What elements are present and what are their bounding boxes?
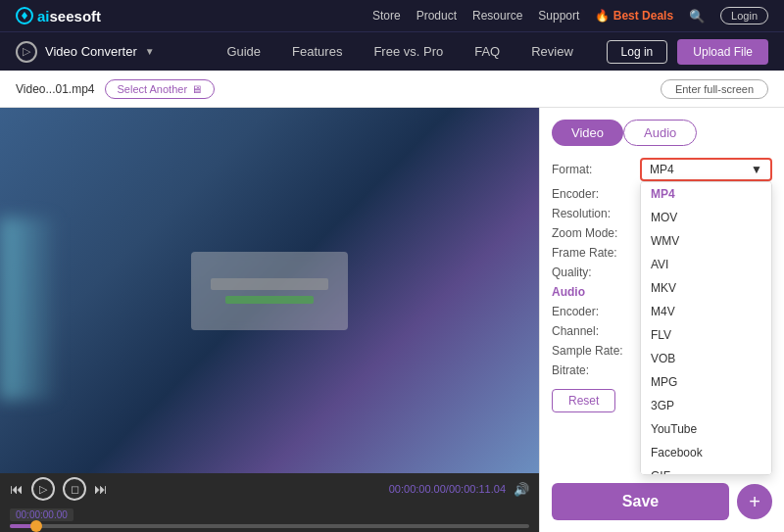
main-content: ⏮ ▷ ◻ ⏭ 00:00:00.00/00:00:11.04 🔊 00:00:…	[0, 108, 784, 532]
tab-video[interactable]: Video	[552, 120, 623, 146]
dropdown-item-m4v[interactable]: M4V	[641, 300, 771, 323]
format-row: Format: MP4 ▼ MP4 MOV WMV AVI MKV M4V F	[552, 158, 772, 181]
search-icon[interactable]: 🔍	[689, 9, 705, 24]
reset-button[interactable]: Reset	[552, 389, 615, 412]
channel-label: Channel:	[552, 324, 640, 338]
dropdown-item-vob[interactable]: VOB	[641, 347, 771, 370]
timeline-row: 00:00:00.00	[0, 505, 539, 532]
time-display: 00:00:00.00/00:00:11.04	[389, 483, 506, 495]
audio-section-label: Audio	[552, 285, 640, 299]
save-button[interactable]: Save	[552, 483, 729, 520]
logo-icon	[16, 7, 33, 24]
video-panel: ⏮ ▷ ◻ ⏭ 00:00:00.00/00:00:11.04 🔊 00:00:…	[0, 108, 539, 532]
dropdown-item-avi[interactable]: AVI	[641, 253, 771, 276]
preview-bar-1	[211, 278, 328, 290]
format-value: MP4	[650, 163, 674, 176]
toolbar-row: Video...01.mp4 Select Another 🖥 Enter fu…	[0, 71, 784, 108]
second-nav-right: Log in Upload File	[607, 39, 768, 65]
format-select[interactable]: MP4 ▼	[640, 158, 772, 181]
format-select-wrapper: MP4 ▼ MP4 MOV WMV AVI MKV M4V FLV VOB MP…	[640, 158, 772, 181]
nav-product[interactable]: Product	[416, 9, 457, 23]
fast-forward-button[interactable]: ⏭	[94, 481, 108, 497]
dropdown-item-flv[interactable]: FLV	[641, 323, 771, 347]
resolution-label: Resolution:	[552, 207, 640, 220]
quality-label: Quality:	[552, 266, 640, 279]
file-name: Video...01.mp4	[16, 82, 95, 96]
tab-audio[interactable]: Audio	[623, 120, 697, 146]
dropdown-item-mp4[interactable]: MP4	[641, 182, 771, 206]
dropdown-item-wmv[interactable]: WMV	[641, 229, 771, 253]
nav-free-vs-pro[interactable]: Free vs. Pro	[373, 44, 443, 59]
toolbar-left: Video...01.mp4 Select Another 🖥	[16, 79, 215, 99]
video-center-preview	[191, 252, 348, 330]
nav-guide[interactable]: Guide	[226, 44, 261, 59]
app-title: Video Converter	[45, 44, 137, 59]
nav-resource[interactable]: Resource	[472, 9, 522, 23]
stop-button[interactable]: ◻	[63, 477, 86, 501]
settings-panel: Video Audio Format: MP4 ▼ MP4 MOV WMV	[539, 108, 784, 532]
encoder-label: Encoder:	[552, 187, 640, 201]
secondary-navigation: ▷ Video Converter ▼ Guide Features Free …	[0, 31, 784, 71]
enter-fullscreen-button[interactable]: Enter full-screen	[661, 79, 768, 99]
settings-tabs: Video Audio	[552, 120, 772, 146]
frame-rate-label: Frame Rate:	[552, 246, 640, 260]
top-navigation: aiseesoft Store Product Resource Support…	[0, 0, 784, 31]
app-icon: ▷	[16, 41, 37, 63]
dropdown-item-mpg[interactable]: MPG	[641, 370, 771, 394]
chevron-down-icon: ▼	[145, 46, 155, 57]
audio-encoder-label: Encoder:	[552, 305, 640, 318]
preview-bar-2	[225, 296, 314, 304]
format-dropdown-list[interactable]: MP4 MOV WMV AVI MKV M4V FLV VOB MPG 3GP …	[640, 181, 772, 475]
save-plus-button[interactable]: +	[737, 484, 772, 519]
dropdown-item-facebook[interactable]: Facebook	[641, 441, 771, 464]
save-row: Save +	[552, 483, 772, 520]
timeline-bar[interactable]	[10, 524, 529, 528]
video-controls: ⏮ ▷ ◻ ⏭ 00:00:00.00/00:00:11.04 🔊	[0, 473, 539, 505]
play-button[interactable]: ▷	[31, 477, 55, 501]
video-area	[0, 108, 539, 473]
zoom-mode-label: Zoom Mode:	[552, 226, 640, 240]
timeline-handle[interactable]	[30, 520, 42, 532]
nav-store[interactable]: Store	[372, 9, 401, 23]
video-blur-overlay	[0, 108, 539, 473]
nav-features[interactable]: Features	[292, 44, 342, 59]
controls-row: ⏮ ▷ ◻ ⏭ 00:00:00.00/00:00:11.04 🔊	[10, 477, 529, 501]
dropdown-item-mkv[interactable]: MKV	[641, 276, 771, 300]
logo: aiseesoft	[16, 7, 101, 24]
nav-login[interactable]: Login	[720, 7, 768, 24]
nav-faq[interactable]: FAQ	[474, 44, 500, 59]
time-label: 00:00:00.00	[10, 508, 74, 521]
dropdown-arrow-icon: ▼	[751, 163, 762, 176]
second-nav-links: Guide Features Free vs. Pro FAQ Review	[194, 44, 607, 59]
settings-content: Format: MP4 ▼ MP4 MOV WMV AVI MKV M4V F	[552, 158, 772, 483]
app-title-area: ▷ Video Converter ▼	[16, 41, 155, 63]
select-another-button[interactable]: Select Another 🖥	[105, 79, 216, 99]
dropdown-item-mov[interactable]: MOV	[641, 206, 771, 229]
upload-file-button[interactable]: Upload File	[677, 39, 768, 65]
nav-review[interactable]: Review	[531, 44, 573, 59]
dropdown-item-youtube[interactable]: YouTube	[641, 417, 771, 441]
video-thumbnail	[0, 108, 539, 473]
bitrate-label: Bitrate:	[552, 363, 640, 377]
nav-support[interactable]: Support	[538, 9, 579, 23]
rewind-button[interactable]: ⏮	[10, 481, 24, 497]
dropdown-item-3gp[interactable]: 3GP	[641, 394, 771, 417]
sample-rate-label: Sample Rate:	[552, 344, 640, 358]
nav-best-deals[interactable]: 🔥 Best Deals	[595, 9, 673, 23]
format-label: Format:	[552, 163, 640, 176]
monitor-icon: 🖥	[191, 83, 202, 95]
volume-icon[interactable]: 🔊	[514, 482, 529, 497]
login-button[interactable]: Log in	[607, 40, 668, 64]
top-nav-links: Store Product Resource Support 🔥 Best De…	[372, 7, 768, 24]
logo-text: aiseesoft	[37, 8, 101, 24]
dropdown-item-gif[interactable]: GIF	[641, 464, 771, 475]
